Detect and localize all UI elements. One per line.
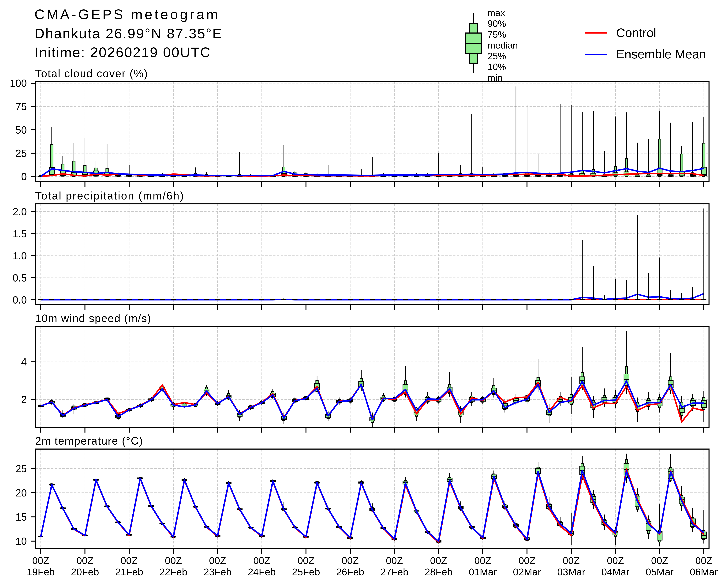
svg-text:00Z: 00Z	[651, 555, 668, 566]
svg-text:75: 75	[16, 101, 27, 112]
svg-text:02Mar: 02Mar	[513, 566, 541, 577]
svg-text:0: 0	[21, 171, 27, 182]
svg-text:00Z: 00Z	[297, 555, 314, 566]
svg-text:1.5: 1.5	[12, 228, 27, 239]
svg-text:25%: 25%	[488, 51, 506, 61]
svg-text:06Mar: 06Mar	[690, 566, 718, 577]
svg-text:00Z: 00Z	[32, 555, 49, 566]
svg-text:25: 25	[16, 463, 27, 475]
svg-text:Total precipitation (mm/6h): Total precipitation (mm/6h)	[35, 189, 184, 202]
svg-text:20Feb: 20Feb	[71, 566, 99, 577]
svg-text:10%: 10%	[488, 61, 506, 72]
svg-text:25Feb: 25Feb	[292, 566, 320, 577]
svg-text:00Z: 00Z	[76, 555, 94, 566]
svg-text:00Z: 00Z	[209, 555, 226, 566]
svg-text:Ensemble Mean: Ensemble Mean	[616, 47, 706, 61]
svg-text:00Z: 00Z	[253, 555, 270, 566]
svg-text:median: median	[488, 40, 518, 50]
svg-text:26Feb: 26Feb	[336, 566, 364, 577]
svg-text:00Z: 00Z	[121, 555, 138, 566]
svg-text:1.0: 1.0	[12, 250, 27, 261]
svg-text:2: 2	[21, 394, 27, 405]
svg-text:28Feb: 28Feb	[424, 566, 452, 577]
svg-text:24Feb: 24Feb	[248, 566, 276, 577]
svg-text:27Feb: 27Feb	[380, 566, 409, 577]
svg-text:00Z: 00Z	[474, 555, 491, 566]
svg-text:2m temperature (°C): 2m temperature (°C)	[35, 435, 143, 447]
svg-text:00Z: 00Z	[563, 555, 580, 566]
svg-text:21Feb: 21Feb	[115, 566, 143, 577]
svg-text:75%: 75%	[488, 29, 506, 40]
svg-text:10: 10	[16, 536, 27, 547]
svg-text:03Mar: 03Mar	[557, 566, 585, 577]
svg-text:15: 15	[16, 511, 27, 523]
svg-text:20: 20	[16, 487, 27, 499]
svg-text:0.5: 0.5	[12, 272, 27, 284]
svg-text:100: 100	[10, 78, 27, 89]
svg-text:Dhankuta 26.99°N 87.35°E: Dhankuta 26.99°N 87.35°E	[34, 26, 223, 41]
svg-text:00Z: 00Z	[386, 555, 403, 566]
svg-text:04Mar: 04Mar	[601, 566, 629, 577]
svg-text:max: max	[488, 7, 505, 18]
svg-text:00Z: 00Z	[519, 555, 536, 566]
svg-text:05Mar: 05Mar	[646, 566, 674, 577]
svg-text:50: 50	[16, 124, 27, 136]
svg-text:10m wind speed (m/s): 10m wind speed (m/s)	[35, 312, 151, 324]
svg-text:00Z: 00Z	[430, 555, 447, 566]
svg-text:23Feb: 23Feb	[204, 566, 232, 577]
svg-text:2.0: 2.0	[12, 206, 27, 218]
svg-text:01Mar: 01Mar	[469, 566, 497, 577]
svg-text:00Z: 00Z	[165, 555, 182, 566]
svg-text:00Z: 00Z	[342, 555, 359, 566]
svg-text:00Z: 00Z	[607, 555, 624, 566]
svg-text:Total cloud cover (%): Total cloud cover (%)	[35, 67, 148, 79]
svg-text:90%: 90%	[488, 18, 506, 29]
svg-text:0.0: 0.0	[12, 294, 27, 306]
svg-text:4: 4	[21, 356, 27, 368]
svg-text:22Feb: 22Feb	[159, 566, 187, 577]
svg-text:19Feb: 19Feb	[27, 566, 55, 577]
svg-text:25: 25	[16, 148, 27, 159]
svg-text:00Z: 00Z	[695, 555, 712, 566]
svg-text:Control: Control	[616, 26, 656, 40]
svg-text:CMA-GEPS meteogram: CMA-GEPS meteogram	[34, 6, 220, 22]
svg-text:min: min	[488, 73, 502, 83]
svg-text:Initime: 20260219 00UTC: Initime: 20260219 00UTC	[34, 45, 211, 60]
